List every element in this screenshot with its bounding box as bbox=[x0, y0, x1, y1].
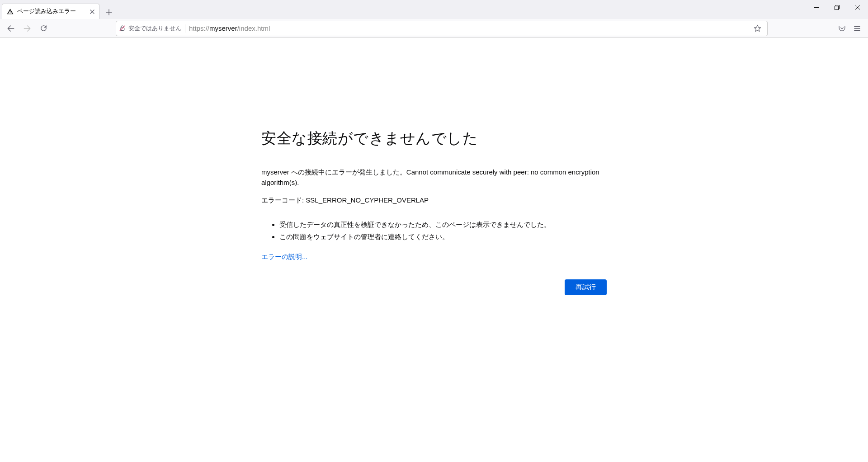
security-label: 安全ではありません bbox=[128, 24, 181, 33]
retry-button[interactable]: 再試行 bbox=[565, 279, 607, 295]
error-code-value: SSL_ERROR_NO_CYPHER_OVERLAP bbox=[306, 196, 429, 204]
error-code: エラーコード: SSL_ERROR_NO_CYPHER_OVERLAP bbox=[261, 196, 607, 205]
close-window-button[interactable] bbox=[847, 0, 868, 14]
minimize-button[interactable] bbox=[806, 0, 826, 14]
error-bullet-list: 受信したデータの真正性を検証できなかったため、このページは表示できませんでした。… bbox=[261, 218, 607, 243]
url-bar[interactable]: 安全ではありません https://myserver/index.html bbox=[116, 21, 768, 36]
security-indicator[interactable]: 安全ではありません bbox=[119, 24, 185, 33]
error-bullet: 受信したデータの真正性を検証できなかったため、このページは表示できませんでした。 bbox=[279, 218, 607, 231]
svg-rect-0 bbox=[835, 6, 838, 9]
maximize-button[interactable] bbox=[826, 0, 847, 14]
toolbar-right bbox=[835, 21, 864, 36]
error-container: 安全な接続ができませんでした myserver への接続中にエラーが発生しました… bbox=[261, 128, 607, 295]
app-menu-button[interactable] bbox=[850, 21, 864, 36]
warning-icon bbox=[7, 8, 14, 15]
browser-tab[interactable]: ページ読み込みエラー bbox=[2, 4, 99, 19]
close-tab-button[interactable] bbox=[88, 8, 96, 16]
bookmark-star-button[interactable] bbox=[750, 21, 764, 36]
toolbar: 安全ではありません https://myserver/index.html bbox=[0, 19, 868, 38]
back-button[interactable] bbox=[4, 21, 18, 36]
learn-more-link[interactable]: エラーの説明... bbox=[261, 253, 308, 260]
error-bullet: この問題をウェブサイトの管理者に連絡してください。 bbox=[279, 231, 607, 243]
window-controls bbox=[806, 0, 868, 18]
lock-insecure-icon bbox=[119, 25, 126, 32]
error-title: 安全な接続ができませんでした bbox=[261, 128, 607, 149]
forward-button[interactable] bbox=[20, 21, 34, 36]
reload-button[interactable] bbox=[36, 21, 51, 36]
tab-title: ページ読み込みエラー bbox=[17, 8, 85, 15]
retry-row: 再試行 bbox=[261, 279, 607, 295]
error-description: myserver への接続中にエラーが発生しました。Cannot communi… bbox=[261, 167, 607, 188]
new-tab-button[interactable] bbox=[102, 5, 116, 19]
page-content: 安全な接続ができませんでした myserver への接続中にエラーが発生しました… bbox=[0, 38, 868, 295]
url-text: https://myserver/index.html bbox=[189, 24, 746, 32]
tab-strip: ページ読み込みエラー bbox=[0, 0, 868, 19]
pocket-button[interactable] bbox=[835, 21, 849, 36]
